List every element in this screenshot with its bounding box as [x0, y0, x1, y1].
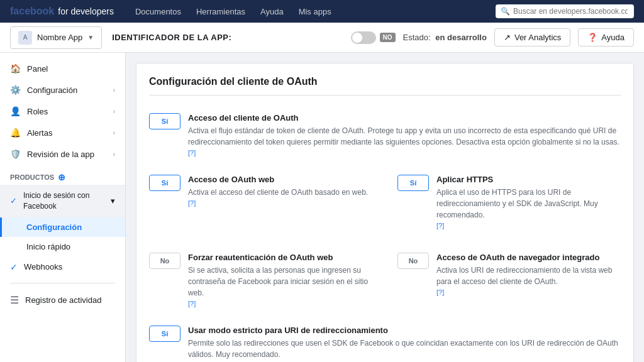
toggle-oauth-cliente[interactable]: Sí — [149, 113, 180, 129]
toggle-browser[interactable]: No — [397, 253, 429, 269]
toggle-strict[interactable]: Sí — [149, 326, 180, 342]
sidebar-item-alertas[interactable]: 🔔 Alertas › — [0, 122, 125, 143]
bell-icon: 🔔 — [10, 128, 21, 138]
sidebar-item-login-facebook[interactable]: ✓ Inicio de sesión con Facebook ▾ — [0, 185, 125, 217]
sidebar-sub-item-configuracion[interactable]: Configuración — [0, 217, 125, 237]
sidebar-item-revision[interactable]: 🛡️ Revisión de la app › — [0, 143, 125, 165]
sidebar-item-registro[interactable]: ☰ Registro de actividad — [0, 288, 125, 312]
oauth-text-web: Acceso de OAuth web Activa el acceso del… — [188, 175, 368, 207]
productos-section-label: PRODUCTOS ⊕ — [0, 165, 125, 185]
help-link-cliente[interactable]: [?] — [188, 149, 196, 156]
sidebar-label-alertas: Alertas — [27, 128, 52, 138]
check-circle-icon: ✓ — [10, 196, 17, 206]
subheader-right: NO Estado: en desarrollo ↗ Ver Analytics… — [351, 28, 634, 47]
oauth-item-reauth: No Forzar reautenticación de OAuth web S… — [149, 248, 372, 313]
oauth-text-https: Aplicar HTTPS Aplica el uso de HTTPS par… — [436, 175, 621, 230]
help-link-reauth[interactable]: [?] — [188, 300, 196, 307]
add-product-icon[interactable]: ⊕ — [58, 172, 65, 182]
oauth-item-web: Sí Acceso de OAuth web Activa el acceso … — [149, 170, 372, 235]
sidebar-divider — [10, 283, 115, 283]
toggle-https[interactable]: Sí — [397, 175, 429, 191]
sidebar-label-registro: Registro de actividad — [25, 295, 101, 305]
search-container: 🔍 — [496, 4, 634, 18]
sidebar-item-configuracion[interactable]: ⚙️ Configuración › — [0, 79, 125, 101]
oauth-text-cliente: Acceso del cliente de OAuth Activa el fl… — [188, 113, 621, 157]
oauth-config-panel: Configuración del cliente de OAuth Sí Ac… — [136, 63, 634, 362]
analytics-button[interactable]: ↗ Ver Analytics — [494, 28, 570, 47]
shield-icon: 🛡️ — [10, 149, 21, 159]
check-circle-icon-2: ✓ — [10, 262, 18, 272]
app-id-label: IDENTIFICADOR DE LA APP: — [112, 33, 231, 42]
brand-rest: for developers — [58, 6, 114, 16]
chevron-right-icon-4: › — [113, 151, 115, 158]
toggle-reauth[interactable]: No — [149, 253, 180, 269]
nav-ayuda[interactable]: Ayuda — [254, 4, 290, 19]
top-navigation: facebook for developers Documentos Herra… — [0, 0, 644, 23]
subheader: A Nombre App ▼ IDENTIFICADOR DE LA APP: … — [0, 23, 644, 53]
search-icon: 🔍 — [501, 7, 510, 16]
help-button[interactable]: ❓ Ayuda — [578, 28, 634, 47]
sidebar-label-panel: Panel — [27, 64, 48, 74]
help-link-https[interactable]: [?] — [436, 222, 444, 229]
gear-icon: ⚙️ — [10, 85, 21, 95]
nav-links: Documentos Herramientas Ayuda Mis apps — [129, 4, 338, 19]
sidebar-sub-item-inicio-rapido[interactable]: Inicio rápido — [0, 237, 125, 256]
estado-label: Estado: en desarrollo — [403, 33, 487, 42]
toggle-oauth-web[interactable]: Sí — [149, 175, 180, 191]
help-icon: ❓ — [587, 33, 597, 42]
oauth-item-strict: Sí Usar modo estricto para URI de redire… — [149, 321, 621, 362]
sidebar-item-webhooks[interactable]: ✓ Webhooks — [0, 256, 125, 278]
app-icon: A — [18, 31, 32, 45]
chevron-down-icon: ▼ — [87, 34, 94, 41]
panel-title: Configuración del cliente de OAuth — [149, 76, 621, 96]
home-icon: 🏠 — [10, 63, 21, 74]
main-layout: 🏠 Panel ⚙️ Configuración › 👤 Roles › 🔔 A… — [0, 53, 644, 362]
oauth-text-strict: Usar modo estricto para URI de redirecci… — [188, 326, 621, 362]
chevron-down-icon-2: ▾ — [111, 196, 115, 206]
oauth-item-browser: No Acceso de OAuth de navegador integrad… — [397, 248, 621, 313]
main-content: Configuración del cliente de OAuth Sí Ac… — [126, 53, 644, 362]
search-wrapper: 🔍 — [496, 4, 634, 18]
chevron-right-icon: › — [113, 87, 115, 94]
person-icon: 👤 — [10, 106, 21, 116]
dev-toggle-wrap: NO — [351, 31, 396, 44]
nav-mis-apps[interactable]: Mis apps — [292, 4, 338, 19]
analytics-icon: ↗ — [504, 33, 511, 42]
sidebar-item-panel[interactable]: 🏠 Panel — [0, 58, 125, 79]
sidebar-label-configuracion: Configuración — [27, 85, 77, 95]
oauth-item-cliente: Sí Acceso del cliente de OAuth Activa el… — [149, 108, 621, 162]
brand-facebook: facebook — [10, 6, 54, 17]
nav-documentos[interactable]: Documentos — [129, 4, 187, 19]
sidebar-label-roles: Roles — [27, 107, 48, 116]
sidebar: 🏠 Panel ⚙️ Configuración › 👤 Roles › 🔔 A… — [0, 53, 126, 362]
sidebar-label-webhooks: Webhooks — [24, 262, 62, 272]
list-icon: ☰ — [10, 294, 19, 306]
sidebar-item-roles[interactable]: 👤 Roles › — [0, 101, 125, 122]
help-link-web[interactable]: [?] — [188, 199, 196, 207]
toggle-no-badge: NO — [380, 33, 396, 42]
search-input[interactable] — [496, 4, 634, 18]
chevron-right-icon-3: › — [113, 129, 115, 136]
help-link-browser[interactable]: [?] — [436, 288, 444, 296]
sidebar-label-login: Inicio de sesión con Facebook — [23, 190, 104, 212]
sidebar-label-revision: Revisión de la app — [27, 150, 94, 159]
brand-logo[interactable]: facebook for developers — [10, 6, 114, 17]
oauth-item-https: Sí Aplicar HTTPS Aplica el uso de HTTPS … — [397, 170, 621, 235]
chevron-right-icon-2: › — [113, 108, 115, 115]
app-name: Nombre App — [37, 33, 82, 42]
nav-herramientas[interactable]: Herramientas — [190, 4, 252, 19]
dev-mode-toggle[interactable] — [351, 31, 376, 44]
app-selector[interactable]: A Nombre App ▼ — [10, 26, 102, 49]
oauth-text-browser: Acceso de OAuth de navegador integrado A… — [436, 253, 621, 297]
oauth-grid: Sí Acceso de OAuth web Activa el acceso … — [149, 170, 621, 313]
oauth-text-reauth: Forzar reautenticación de OAuth web Si s… — [188, 253, 372, 308]
